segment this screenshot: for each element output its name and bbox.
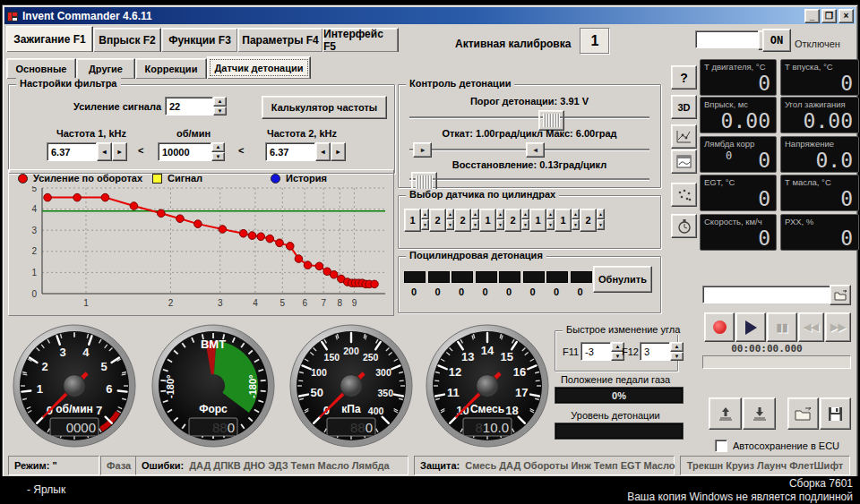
spin-right-icon[interactable]: ▸	[112, 142, 127, 161]
close-button[interactable]: ×	[838, 9, 854, 23]
3d-view-button[interactable]: 3D	[671, 95, 697, 119]
cylinder-sensor-spinner[interactable]: 1▲▼	[529, 209, 555, 230]
spin-right-icon[interactable]: ▸	[331, 142, 346, 161]
spin-up-icon[interactable]: ▲	[471, 209, 479, 219]
cylinder-sensor-spinner[interactable]: 2▲▼	[454, 209, 479, 230]
open-log-button[interactable]	[830, 285, 851, 305]
spin-down-icon[interactable]: ▼	[546, 219, 555, 230]
spin-up-icon[interactable]: ▲	[213, 97, 227, 107]
spin-down-icon[interactable]: ▼	[496, 219, 504, 230]
spin-down-icon[interactable]: ▼	[471, 219, 479, 230]
cylinder-sensor-spinner[interactable]: 1▲▼	[479, 209, 504, 230]
svg-text:11: 11	[447, 386, 460, 399]
upload-arrow-icon	[718, 406, 734, 422]
spin-up-icon[interactable]: ▲	[446, 209, 454, 219]
freq2-spinner[interactable]: 6.37 ◂ ▸	[265, 142, 346, 161]
log-file-input[interactable]	[702, 286, 833, 303]
fast-forward-button[interactable]: ▶▶	[825, 312, 851, 342]
sub-tab-1[interactable]: Основные	[6, 58, 76, 79]
reset-button[interactable]: Обнулить	[593, 266, 652, 293]
open-file-button[interactable]	[787, 397, 819, 430]
cylinder-sensor-spinner[interactable]: 2▲▼	[504, 209, 529, 230]
scatter-points-button[interactable]	[671, 183, 697, 207]
spin-up-icon[interactable]: ▲	[211, 142, 225, 152]
autosave-checkbox[interactable]	[715, 440, 727, 452]
legend-item: История	[271, 172, 327, 184]
cylinder-sensor-spinner[interactable]: 1▲▼	[404, 209, 429, 230]
open-folder-icon	[834, 290, 847, 301]
play-button[interactable]	[735, 312, 766, 342]
save-file-button[interactable]	[820, 397, 851, 430]
main-tab-4[interactable]: Параметры F4	[237, 28, 323, 52]
chart-panel: Усиление по оборотахСигналИстория 123456…	[8, 169, 394, 316]
autosave-checkbox-row[interactable]: Автосохранение в ECU	[715, 440, 839, 452]
gain-spinner[interactable]: 22 ▲▼	[165, 97, 227, 115]
sub-tab-2[interactable]: Другие	[76, 58, 135, 79]
write-ecu-button[interactable]	[743, 397, 776, 430]
minimize-button[interactable]: _	[804, 9, 820, 23]
spin-up-icon[interactable]: ▲	[597, 209, 605, 219]
chart-window-button[interactable]	[671, 149, 697, 174]
spin-down-icon[interactable]: ▼	[572, 219, 580, 230]
gain-vs-rpm-chart[interactable]: 123456789012345	[10, 186, 391, 312]
spin-down-icon[interactable]: ▼	[446, 219, 454, 230]
main-tab-3[interactable]: Функции F3	[161, 28, 238, 52]
stopwatch-button[interactable]	[671, 214, 697, 238]
spin-up-icon[interactable]: ▲	[496, 209, 504, 219]
spin-left-icon[interactable]: ◂	[97, 142, 112, 161]
f11-spinner[interactable]: -3 ▲▼	[580, 342, 624, 361]
cylinder-knock-value: 0	[546, 286, 566, 297]
spin-down-icon[interactable]: ▼	[421, 219, 429, 230]
gauge-rpm: 01234567об/мин0000	[12, 323, 137, 448]
recovery-slider[interactable]	[409, 172, 649, 186]
svg-text:2: 2	[168, 298, 174, 308]
main-tab-5[interactable]: Интерфейс F5	[322, 28, 399, 52]
maximize-button[interactable]: ❐	[821, 9, 837, 23]
read-ecu-button[interactable]	[709, 397, 742, 430]
spin-down-icon[interactable]: ▼	[670, 352, 684, 362]
slider-thumb[interactable]: ◂	[526, 142, 545, 158]
rewind-button[interactable]: ◀◀	[798, 312, 824, 342]
lcd-value: 0	[758, 72, 770, 95]
slider-thumb[interactable]: ▸	[413, 142, 432, 158]
lcd-value: 0	[840, 187, 853, 210]
spin-up-icon[interactable]: ▲	[521, 209, 529, 219]
title-bar[interactable]: Invent Commander 4.6.11 _ ❐ ×	[4, 7, 856, 24]
spin-down-icon[interactable]: ▼	[521, 219, 529, 230]
spin-up-icon[interactable]: ▲	[546, 209, 555, 219]
cylinder-sensor-spinner[interactable]: 2▲▼	[580, 209, 605, 230]
spin-left-icon[interactable]: ◂	[315, 142, 331, 161]
f12-spinner[interactable]: 3 ▲▼	[640, 342, 684, 361]
rpm-spinner[interactable]: 10000 ▲▼	[158, 142, 225, 161]
svg-text:Форс: Форс	[199, 403, 228, 415]
open-folder-icon	[795, 407, 812, 421]
cylinder-sensor-spinner[interactable]: 2▲▼	[429, 209, 454, 230]
spin-up-icon[interactable]: ▲	[572, 209, 580, 219]
freq1-spinner[interactable]: 6.37 ◂ ▸	[47, 142, 127, 161]
main-tab-2[interactable]: Впрыск F2	[93, 28, 161, 52]
main-tab-1[interactable]: Зажигание F1	[6, 26, 93, 52]
frequency-calculator-button[interactable]: Калькулятор частоты	[262, 96, 387, 119]
shortcut-label[interactable]: - Ярлык	[27, 483, 65, 496]
playback-progress[interactable]	[702, 355, 851, 369]
help-button[interactable]: ?	[671, 65, 697, 90]
line-chart-button[interactable]	[671, 124, 697, 149]
threshold-slider[interactable]	[409, 110, 649, 124]
spin-up-icon[interactable]: ▲	[670, 342, 684, 352]
sub-tab-3[interactable]: Коррекции	[135, 58, 207, 79]
calibration-dropdown[interactable]: ▼	[695, 30, 772, 48]
sub-tab-4[interactable]: Датчик детонации	[207, 56, 311, 79]
spin-down-icon[interactable]: ▼	[597, 219, 605, 230]
record-button[interactable]	[704, 312, 735, 342]
svg-text:17: 17	[515, 386, 528, 399]
spin-up-icon[interactable]: ▲	[421, 209, 429, 219]
cylinder-sensor-spinner[interactable]: 1▲▼	[555, 209, 580, 230]
f12-label: F12	[622, 346, 639, 357]
on-button[interactable]: ON	[762, 29, 791, 52]
lcd-value: 0.00	[721, 109, 770, 132]
spin-down-icon[interactable]: ▼	[213, 107, 227, 116]
lcd-label: Т впуска, °C	[785, 62, 833, 72]
retard-slider[interactable]: ▸ ◂	[409, 142, 649, 157]
spin-down-icon[interactable]: ▼	[211, 152, 225, 162]
pause-button[interactable]: ▮▮	[767, 312, 797, 342]
